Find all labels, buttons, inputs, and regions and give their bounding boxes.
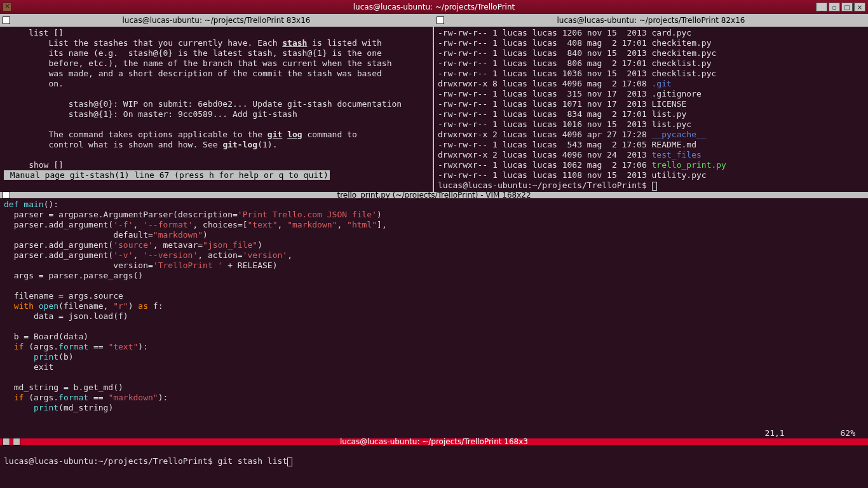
bottom-pane-title: lucas@lucas-ubuntu: ~/projects/TrelloPri… [340,437,528,446]
ls-pane[interactable]: lucas@lucas-ubuntu: ~/projects/TrelloPri… [434,14,868,192]
shell-content: lucas@lucas-ubuntu:~/projects/TrelloPrin… [0,445,868,488]
window-close-button[interactable] [3,3,11,11]
layout-icon[interactable] [3,191,10,199]
vim-content: def main(): parser = argparse.ArgumentPa… [0,198,868,428]
shell-cursor [287,458,292,466]
man-content: list [] List the stashes that you curren… [0,27,433,192]
window-title: lucas@lucas-ubuntu: ~/projects/TrelloPri… [353,3,515,11]
pane-header: lucas@lucas-ubuntu: ~/projects/TrelloPri… [434,14,868,27]
layout-icon[interactable] [3,17,10,24]
pane-title: lucas@lucas-ubuntu: ~/projects/TrelloPri… [123,16,311,25]
man-page-pane[interactable]: lucas@lucas-ubuntu: ~/projects/TrelloPri… [0,14,434,192]
maximize-button[interactable]: □ [841,3,853,11]
restore-button[interactable]: ▫ [829,3,840,11]
layout-icon[interactable] [13,438,20,445]
shell-command: git stash list [218,456,288,466]
vim-title-bar: trello_print.py (~/projects/TrelloPrint)… [0,192,868,198]
vim-title: trello_print.py (~/projects/TrelloPrint)… [337,191,531,200]
shell-prompt: lucas@lucas-ubuntu:~/projects/TrelloPrin… [4,456,218,466]
active-pane-title-bar: lucas@lucas-ubuntu: ~/projects/TrelloPri… [0,438,868,445]
ls-content: -rw-rw-r-- 1 lucas lucas 1206 nov 15 201… [434,27,868,192]
vim-pane[interactable]: def main(): parser = argparse.ArgumentPa… [0,198,868,438]
minimize-button[interactable]: _ [816,3,827,11]
layout-icon[interactable] [437,17,444,24]
pane-header: lucas@lucas-ubuntu: ~/projects/TrelloPri… [0,14,433,27]
layout-icon[interactable] [3,438,10,445]
vim-percent: 62% [841,428,855,438]
close-button[interactable]: × [854,3,865,11]
shell-pane[interactable]: lucas@lucas-ubuntu:~/projects/TrelloPrin… [0,445,868,488]
vim-cursor-pos: 21,1 [764,428,784,438]
window-controls: _ ▫ □ × [816,3,865,11]
window-titlebar: lucas@lucas-ubuntu: ~/projects/TrelloPri… [0,0,868,14]
pane-title: lucas@lucas-ubuntu: ~/projects/TrelloPri… [557,16,745,25]
